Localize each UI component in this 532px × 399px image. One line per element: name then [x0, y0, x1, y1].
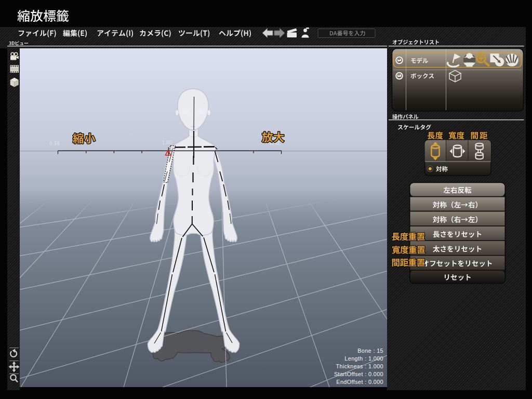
svg-text:Length : 1.000: Length : 1.000: [344, 355, 383, 362]
svg-text:Thickness : 1.000: Thickness : 1.000: [336, 363, 383, 369]
svg-text:Bone : 15: Bone : 15: [357, 348, 383, 354]
svg-text:EndOffset : 0.000: EndOffset : 0.000: [336, 379, 383, 385]
svg-text:StartOffset : 0.000: StartOffset : 0.000: [334, 371, 383, 377]
